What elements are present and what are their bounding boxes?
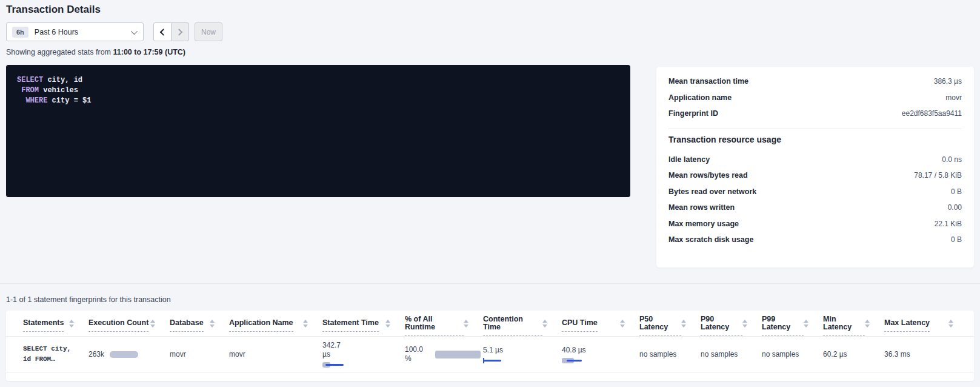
column-header-application-name[interactable]: Application Name [229, 311, 322, 336]
cell-percent-runtime: 100.0 % [405, 337, 483, 372]
next-range-button[interactable] [171, 22, 189, 41]
caption-prefix: Showing aggregated stats from [6, 48, 113, 56]
statements-table: Statements Execution Count Database Appl… [6, 311, 974, 381]
aggregated-stats-caption: Showing aggregated stats from 11:00 to 1… [6, 48, 185, 56]
column-label: Statement Time [322, 319, 379, 332]
column-header-p99-latency[interactable]: P99 Latency [762, 311, 823, 336]
divider [668, 129, 962, 129]
cell-execution-count: 263k [88, 337, 170, 372]
summary-label: Fingerprint ID [668, 109, 718, 118]
divider [0, 283, 980, 284]
sql-keyword: SELECT [17, 76, 43, 84]
p99-latency-value: no samples [762, 350, 799, 358]
time-range-badge: 6h [12, 27, 28, 38]
cell-contention-time: 5.1 µs [483, 337, 562, 372]
column-label: % of All Runtime [405, 315, 464, 336]
column-label: P50 Latency [639, 315, 681, 336]
summary-value: 78.17 / 5.8 KiB [914, 171, 962, 180]
chevron-down-icon [131, 27, 138, 34]
column-header-statement-time[interactable]: Statement Time [322, 311, 405, 336]
contention-time-bar [483, 358, 501, 363]
column-label: Database [170, 319, 204, 332]
column-header-p50-latency[interactable]: P50 Latency [639, 311, 701, 336]
column-label: Execution Count [88, 319, 148, 332]
sort-icon[interactable] [303, 320, 308, 328]
resource-usage-heading: Transaction resource usage [668, 135, 962, 144]
sort-icon[interactable] [865, 320, 870, 328]
summary-label: Max scratch disk usage [668, 235, 753, 244]
cell-application-name: movr [229, 337, 322, 372]
column-label: Statements [23, 319, 64, 332]
summary-value: 0.00 [948, 203, 962, 212]
statement-text-line: id FROM… [23, 354, 71, 365]
sort-icon[interactable] [210, 320, 215, 328]
summary-row: Idle latency 0.0 ns [668, 152, 962, 168]
column-header-max-latency[interactable]: Max Latency [884, 311, 968, 336]
execution-count-value: 263k [88, 350, 104, 358]
sort-icon[interactable] [69, 320, 74, 328]
cell-cpu-time: 40.8 µs [562, 337, 639, 372]
summary-value: movr [945, 93, 962, 102]
summary-row: Mean rows written 0.00 [668, 200, 962, 216]
application-name-value: movr [229, 350, 245, 358]
time-nav-group [153, 22, 189, 41]
column-label: Min Latency [823, 315, 865, 336]
time-range-dropdown[interactable]: 6h Past 6 Hours [6, 22, 144, 41]
database-value: movr [170, 350, 186, 358]
sort-icon[interactable] [542, 320, 547, 328]
page-title: Transaction Details [6, 4, 101, 16]
column-label: Application Name [229, 319, 293, 332]
sql-keyword: FROM [17, 86, 39, 95]
column-header-cpu-time[interactable]: CPU Time [562, 311, 639, 336]
cell-statement-time: 342.7 µs [322, 337, 405, 372]
sort-icon[interactable] [948, 320, 953, 328]
summary-row: Mean transaction time 386.3 µs [668, 73, 962, 90]
sort-icon[interactable] [620, 320, 625, 328]
sort-icon[interactable] [464, 320, 468, 328]
chevron-right-icon [176, 29, 182, 35]
sql-line: WHERE city = $1 [17, 96, 619, 106]
summary-row: Fingerprint ID ee2df683f5aa9411 [668, 106, 962, 122]
column-label: P99 Latency [762, 315, 804, 336]
contention-time-value: 5.1 µs [483, 346, 503, 354]
sql-line: SELECT city, id [17, 75, 619, 86]
column-header-contention-time[interactable]: Contention Time [483, 311, 562, 336]
sort-icon[interactable] [150, 320, 155, 328]
prev-range-button[interactable] [153, 22, 172, 41]
sort-icon[interactable] [385, 320, 390, 328]
min-latency-value: 60.2 µs [823, 350, 847, 358]
now-button[interactable]: Now [195, 22, 222, 41]
column-header-min-latency[interactable]: Min Latency [823, 311, 884, 336]
statement-time-value: 342.7 µs [322, 341, 350, 359]
cell-database: movr [170, 337, 229, 372]
column-header-statements[interactable]: Statements [23, 311, 88, 336]
cell-p99-latency: no samples [762, 337, 823, 372]
summary-row: Application name movr [668, 90, 962, 106]
cpu-time-value: 40.8 µs [562, 346, 590, 355]
percent-runtime-value: 100.0 % [405, 345, 429, 363]
sort-icon[interactable] [804, 320, 808, 328]
summary-row: Max memory usage 22.1 KiB [668, 216, 962, 232]
execution-count-bar [110, 351, 138, 358]
cell-p90-latency: no samples [701, 337, 762, 372]
p90-latency-value: no samples [701, 350, 738, 358]
column-header-p90-latency[interactable]: P90 Latency [701, 311, 762, 336]
column-label: CPU Time [562, 319, 598, 332]
column-header-execution-count[interactable]: Execution Count [88, 311, 170, 336]
sort-icon[interactable] [681, 320, 686, 328]
column-header-percent-runtime[interactable]: % of All Runtime [405, 311, 483, 336]
column-label: Max Latency [884, 319, 930, 332]
percent-runtime-bar [435, 351, 481, 358]
sql-line: FROM vehicles [17, 86, 619, 96]
statement-time-bar [322, 362, 344, 368]
cell-p50-latency: no samples [639, 337, 701, 372]
caption-range: 11:00 to 17:59 (UTC) [113, 48, 185, 56]
summary-value: 0 B [951, 235, 962, 244]
summary-row: Bytes read over network 0 B [668, 184, 962, 200]
column-header-database[interactable]: Database [170, 311, 229, 336]
statement-link[interactable]: SELECT city, id FROM… [23, 344, 71, 365]
transaction-summary-card: Mean transaction time 386.3 µs Applicati… [656, 67, 974, 268]
summary-label: Max memory usage [668, 220, 739, 228]
statement-text-line: SELECT city, [23, 344, 71, 354]
sort-icon[interactable] [742, 320, 747, 328]
